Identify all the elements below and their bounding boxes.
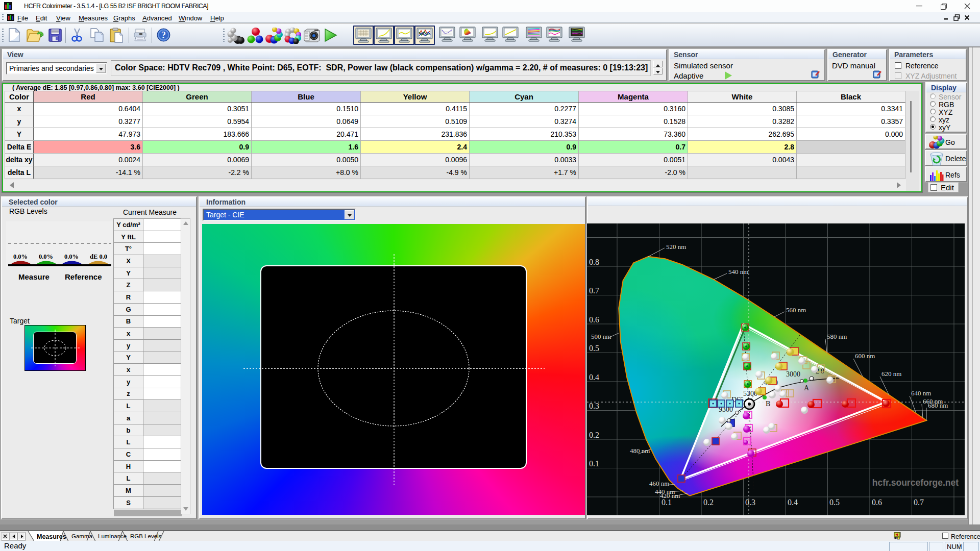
svg-text:Luminance: Luminance — [98, 533, 127, 539]
svg-text:0.7: 0.7 — [914, 498, 924, 507]
svg-text:620 nm: 620 nm — [881, 370, 901, 378]
svg-text:Gamma: Gamma — [71, 533, 93, 539]
svg-text:0.6: 0.6 — [589, 315, 599, 324]
svg-text:?: ? — [161, 30, 166, 40]
svg-text:580 nm: 580 nm — [827, 333, 847, 340]
svg-text:420 nm: 420 nm — [660, 492, 680, 499]
svg-text:480 nm: 480 nm — [630, 447, 650, 455]
svg-text:0.0%: 0.0% — [13, 253, 28, 260]
svg-text:B: B — [766, 400, 770, 408]
svg-text:0.5: 0.5 — [589, 344, 599, 353]
svg-text:Measures: Measures — [37, 533, 66, 540]
svg-text:0.0%: 0.0% — [64, 253, 79, 260]
svg-text:500 nm: 500 nm — [591, 333, 611, 340]
svg-text:0.3: 0.3 — [745, 498, 755, 507]
svg-text:0.0%: 0.0% — [39, 253, 53, 260]
svg-text:0.4: 0.4 — [589, 373, 599, 382]
svg-text:dE 0.0: dE 0.0 — [90, 253, 107, 260]
svg-text:3000: 3000 — [786, 370, 800, 378]
svg-text:600 nm: 600 nm — [855, 352, 875, 360]
svg-text:0.5: 0.5 — [829, 498, 840, 507]
svg-text:0.6: 0.6 — [872, 498, 882, 507]
svg-text:0.3: 0.3 — [589, 402, 599, 410]
svg-text:460 nm: 460 nm — [649, 480, 669, 487]
svg-text:0.2: 0.2 — [703, 498, 714, 507]
svg-text:540 nm: 540 nm — [728, 268, 748, 276]
svg-text:0.2: 0.2 — [589, 431, 599, 439]
svg-text:0.8: 0.8 — [589, 258, 599, 266]
svg-text:0.4: 0.4 — [788, 498, 798, 507]
svg-text:hcfr.sourceforge.net: hcfr.sourceforge.net — [872, 478, 959, 488]
svg-text:0.7: 0.7 — [589, 286, 599, 295]
svg-text:0.1: 0.1 — [589, 459, 599, 468]
svg-text:560 nm: 560 nm — [786, 306, 806, 314]
svg-text:520 nm: 520 nm — [666, 243, 686, 251]
svg-text:0: 0 — [821, 367, 824, 375]
svg-text:A: A — [804, 384, 810, 392]
svg-text:640 nm: 640 nm — [911, 389, 931, 397]
svg-text:680 nm: 680 nm — [928, 402, 948, 409]
svg-text:RGB Levels: RGB Levels — [130, 533, 162, 539]
